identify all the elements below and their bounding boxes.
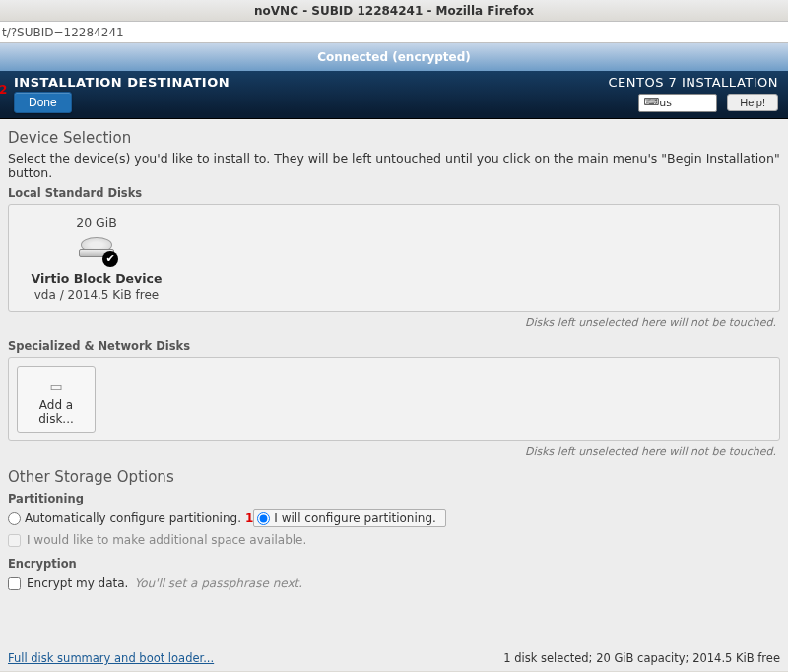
partitioning-heading: Partitioning bbox=[8, 492, 780, 505]
vnc-status-bar: Connected (encrypted) bbox=[0, 43, 788, 71]
hard-drive-icon: ✔ bbox=[77, 237, 116, 265]
network-disks-note: Disks left unselected here will not be t… bbox=[8, 445, 776, 458]
checkbox-encrypt[interactable] bbox=[8, 577, 21, 590]
disk-size-label: 20 GiB bbox=[23, 215, 170, 230]
done-button[interactable]: Done bbox=[14, 92, 72, 113]
other-options-title: Other Storage Options bbox=[8, 468, 780, 486]
footer-status: 1 disk selected; 20 GiB capacity; 2014.5… bbox=[503, 651, 780, 665]
checkbox-space-label: I would like to make additional space av… bbox=[27, 533, 306, 547]
local-disks-note: Disks left unselected here will not be t… bbox=[8, 316, 776, 329]
radio-manual-partition[interactable]: I will configure partitioning. bbox=[257, 511, 435, 525]
installer-header: 2 INSTALLATION DESTINATION Done CENTOS 7… bbox=[0, 71, 788, 119]
installer-name: CENTOS 7 INSTALLATION bbox=[608, 75, 778, 90]
radio-manual-partition-input[interactable] bbox=[257, 512, 270, 525]
radio-manual-label: I will configure partitioning. bbox=[274, 511, 435, 525]
marker-2: 2 bbox=[0, 83, 7, 97]
radio-auto-partition-input[interactable] bbox=[8, 512, 21, 525]
radio-auto-label: Automatically configure partitioning. bbox=[25, 511, 241, 525]
disk-item-vda[interactable]: 20 GiB ✔ Virtio Block Device vda / 2014.… bbox=[23, 215, 170, 302]
device-selection-desc: Select the device(s) you'd like to insta… bbox=[8, 151, 780, 180]
add-disk-button[interactable]: ▭ Add a disk... bbox=[17, 366, 96, 433]
encryption-heading: Encryption bbox=[8, 557, 780, 571]
content-area: Device Selection Select the device(s) yo… bbox=[0, 119, 788, 671]
encrypt-hint: You'll set a passphrase next. bbox=[134, 576, 302, 590]
disk-meta-label: vda / 2014.5 KiB free bbox=[23, 288, 170, 302]
network-disks-heading: Specialized & Network Disks bbox=[8, 339, 780, 353]
url-bar[interactable]: t/?SUBID=12284241 bbox=[0, 22, 788, 43]
local-disks-container: 20 GiB ✔ Virtio Block Device vda / 2014.… bbox=[8, 204, 780, 312]
checkbox-additional-space bbox=[8, 534, 21, 547]
keyboard-layout-indicator[interactable]: us bbox=[638, 94, 717, 112]
local-disks-heading: Local Standard Disks bbox=[8, 186, 780, 200]
full-disk-summary-link[interactable]: Full disk summary and boot loader... bbox=[8, 651, 214, 665]
radio-auto-partition[interactable]: Automatically configure partitioning. bbox=[8, 511, 241, 525]
checkmark-icon: ✔ bbox=[102, 251, 118, 267]
device-selection-title: Device Selection bbox=[8, 129, 780, 147]
encrypt-label: Encrypt my data. bbox=[27, 576, 128, 590]
network-disks-container: ▭ Add a disk... bbox=[8, 357, 780, 441]
help-button[interactable]: Help! bbox=[727, 94, 778, 111]
add-disk-label: Add a disk... bbox=[38, 398, 74, 426]
window-titlebar: noVNC - SUBID 12284241 - Mozilla Firefox bbox=[0, 0, 788, 22]
footer: Full disk summary and boot loader... 1 d… bbox=[8, 647, 780, 669]
disk-icon: ▭ bbox=[26, 378, 87, 394]
disk-name-label: Virtio Block Device bbox=[23, 271, 170, 286]
marker-1: 1 bbox=[245, 511, 253, 525]
